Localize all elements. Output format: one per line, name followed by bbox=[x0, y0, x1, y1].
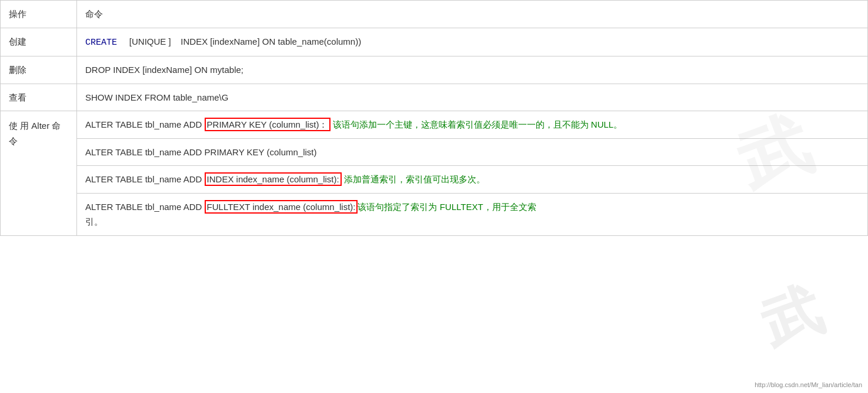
alter-cmd-4-prefix: ALTER TABLE tbl_name ADD bbox=[85, 202, 205, 212]
alter-cmd-1-prefix: ALTER TABLE tbl_name ADD bbox=[85, 119, 205, 129]
create-command-text: CREATE [UNIQUE ] INDEX [indexName] ON ta… bbox=[85, 36, 361, 46]
row-label-create: 创建 bbox=[1, 28, 77, 56]
table-row-alter-3: ALTER TABLE tbl_name ADD INDEX index_nam… bbox=[1, 166, 868, 194]
alter-cmd-3-desc: 添加普通索引，索引值可出现多次。 bbox=[342, 174, 485, 184]
page-url: http://blog.csdn.net/Mr_lian/article/tan bbox=[755, 381, 862, 388]
row-label-alter: 使 用 Alter 命令 bbox=[1, 111, 77, 236]
row-content-alter-1: ALTER TABLE tbl_name ADD PRIMARY KEY (co… bbox=[77, 111, 868, 139]
row-label-show: 查看 bbox=[1, 84, 77, 111]
row-content-drop: DROP INDEX [indexName] ON mytable; bbox=[77, 56, 868, 84]
main-table: 操作 命令 创建 CREATE [UNIQUE ] INDEX [indexNa… bbox=[0, 0, 868, 236]
alter-cmd-4-redbox: FULLTEXT index_name (column_list): bbox=[205, 200, 358, 214]
drop-command-text: DROP INDEX [indexName] ON mytable; bbox=[85, 65, 243, 75]
alter-cmd-4-desc-cont: 引。 bbox=[85, 217, 103, 227]
row-content-show: SHOW INDEX FROM table_name\G bbox=[77, 84, 868, 111]
row-content-alter-2: ALTER TABLE tbl_name ADD PRIMARY KEY (co… bbox=[77, 138, 868, 166]
table-header-row: 操作 命令 bbox=[1, 1, 868, 28]
alter-cmd-3-redbox: INDEX index_name (column_list): bbox=[205, 172, 342, 186]
header-label: 操作 bbox=[1, 1, 77, 28]
show-command-text: SHOW INDEX FROM table_name\G bbox=[85, 92, 228, 102]
main-container: 武 武 操作 命令 创建 CREATE [UNIQUE ] INDEX [ind… bbox=[0, 0, 868, 393]
header-command: 命令 bbox=[77, 1, 868, 28]
header-label-text: 操作 bbox=[9, 9, 26, 19]
alter-cmd-1-redbox: PRIMARY KEY (column_list)： bbox=[205, 118, 330, 131]
table-row-alter: 使 用 Alter 命令 ALTER TABLE tbl_name ADD PR… bbox=[1, 111, 868, 139]
table-row-alter-2: ALTER TABLE tbl_name ADD PRIMARY KEY (co… bbox=[1, 138, 868, 166]
row-content-alter-3: ALTER TABLE tbl_name ADD INDEX index_nam… bbox=[77, 166, 868, 194]
create-cmd-keyword: CREATE bbox=[85, 38, 117, 48]
row-content-alter-4: ALTER TABLE tbl_name ADD FULLTEXT index_… bbox=[77, 193, 868, 235]
alter-cmd-4-desc: 该语句指定了索引为 FULLTEXT，用于全文索 bbox=[358, 202, 536, 212]
label-text: 查看 bbox=[9, 92, 26, 102]
table-row-alter-4: ALTER TABLE tbl_name ADD FULLTEXT index_… bbox=[1, 193, 868, 235]
table-row: 查看 SHOW INDEX FROM table_name\G bbox=[1, 84, 868, 111]
table-row: 删除 DROP INDEX [indexName] ON mytable; bbox=[1, 56, 868, 84]
alter-cmd-3-prefix: ALTER TABLE tbl_name ADD bbox=[85, 174, 205, 184]
alter-label-text: 使 用 Alter 命令 bbox=[9, 121, 61, 146]
label-text: 创建 bbox=[9, 36, 26, 46]
row-content-create: CREATE [UNIQUE ] INDEX [indexName] ON ta… bbox=[77, 28, 868, 56]
watermark-bottom: 武 bbox=[750, 271, 833, 365]
label-text: 删除 bbox=[9, 65, 26, 75]
alter-cmd-1-desc: 该语句添加一个主键，这意味着索引值必须是唯一一的，且不能为 NULL。 bbox=[330, 119, 623, 129]
table-row: 创建 CREATE [UNIQUE ] INDEX [indexName] ON… bbox=[1, 28, 868, 56]
header-command-text: 命令 bbox=[85, 9, 103, 19]
url-text: http://blog.csdn.net/Mr_lian/article/tan bbox=[755, 381, 862, 388]
row-label-drop: 删除 bbox=[1, 56, 77, 84]
alter-cmd-2-text: ALTER TABLE tbl_name ADD PRIMARY KEY (co… bbox=[85, 147, 317, 157]
